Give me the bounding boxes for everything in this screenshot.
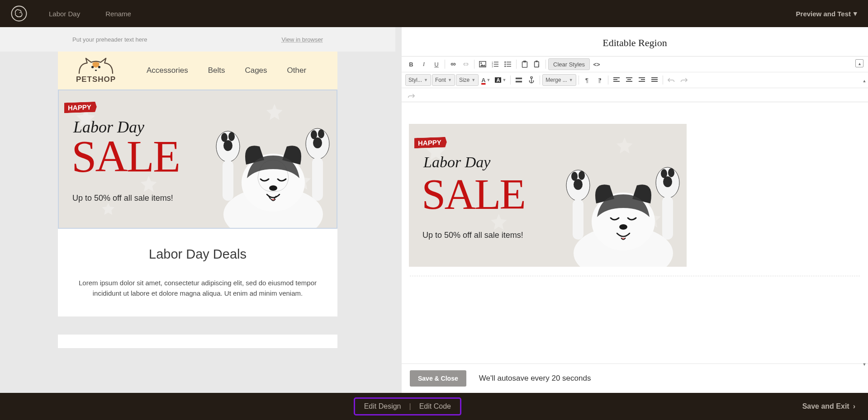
editor-scrollbar[interactable]: ▲ ▼: [862, 85, 867, 361]
clear-styles-button[interactable]: Clear Styles: [548, 58, 590, 70]
brand-logo[interactable]: PETSHOP: [71, 56, 121, 85]
undo-button[interactable]: [665, 74, 677, 86]
bottombar: Edit Design | Edit Code Save and Exit ›: [0, 393, 868, 420]
svg-point-0: [12, 6, 27, 21]
chevron-down-icon: ▼: [471, 78, 475, 82]
svg-point-4: [95, 70, 97, 71]
rtl-button[interactable]: ¶: [594, 74, 606, 86]
preheader-placeholder[interactable]: Put your preheader text here: [72, 36, 147, 43]
svg-point-47: [668, 168, 674, 177]
svg-text:3: 3: [492, 66, 493, 67]
svg-rect-29: [507, 64, 511, 65]
anchor-button[interactable]: [526, 74, 537, 86]
ul-icon: [504, 61, 512, 67]
edit-design-link[interactable]: Edit Design: [364, 402, 401, 411]
underline-button[interactable]: U: [431, 58, 442, 70]
svg-point-30: [504, 66, 506, 67]
save-exit-label: Save and Exit: [802, 402, 849, 411]
brand-name: PETSHOP: [76, 75, 116, 84]
nav-belts[interactable]: Belts: [208, 66, 225, 75]
align-justify-icon: [651, 77, 658, 83]
svg-text:T: T: [537, 64, 540, 68]
redo-button[interactable]: [678, 74, 690, 86]
email-body: PETSHOP Accessories Belts Cages Other: [58, 52, 337, 348]
preview-scroll[interactable]: Put your preheader text here View in bro…: [0, 27, 395, 393]
link-button[interactable]: [447, 58, 459, 70]
chevron-down-icon: ▼: [487, 78, 491, 82]
happy-ribbon: HAPPY: [414, 137, 447, 149]
align-justify-button[interactable]: [649, 74, 660, 86]
main-split: Put your preheader text here View in bro…: [0, 27, 868, 393]
ltr-button[interactable]: ¶: [581, 74, 593, 86]
hero-image-block[interactable]: HAPPY Labor Day SALE Up to 50% off all s…: [58, 90, 337, 229]
paste-text-button[interactable]: T: [531, 58, 543, 70]
svg-rect-37: [516, 78, 522, 80]
paste-button[interactable]: [519, 58, 531, 70]
text-color-button[interactable]: A▼: [479, 74, 492, 86]
preview-pane: Put your preheader text here View in bro…: [0, 27, 402, 393]
scroll-down-icon[interactable]: ▼: [862, 362, 867, 368]
redo-icon: [680, 77, 688, 83]
editor-hero-image[interactable]: HAPPY Labor Day SALE Up to 50% off all s…: [409, 124, 687, 267]
merge-tags-dropdown[interactable]: Merge ...▼: [542, 74, 576, 86]
style-dropdown[interactable]: Styl...▼: [405, 74, 431, 86]
svg-rect-27: [507, 62, 511, 63]
align-left-button[interactable]: [611, 74, 622, 86]
italic-button[interactable]: I: [418, 58, 430, 70]
svg-point-2: [91, 66, 94, 68]
bold-button[interactable]: B: [405, 58, 417, 70]
freddie-icon: [11, 5, 27, 22]
paste-icon: [522, 61, 528, 68]
deals-section[interactable]: Labor Day Deals Lorem ipsum dolor sit am…: [58, 229, 337, 316]
chevron-right-icon: ›: [853, 402, 855, 411]
dog-image: [201, 110, 337, 228]
anchor-icon: [528, 76, 535, 84]
font-label: Font: [435, 77, 446, 83]
nav-other[interactable]: Other: [287, 66, 307, 75]
align-center-button[interactable]: [623, 74, 635, 86]
nav-accessories[interactable]: Accessories: [147, 66, 188, 75]
chevron-down-icon: ▾: [854, 9, 857, 18]
svg-rect-23: [494, 64, 498, 65]
bg-color-button[interactable]: A▼: [493, 74, 508, 86]
scroll-up-icon[interactable]: ▲: [862, 79, 867, 84]
preview-and-test-menu[interactable]: Preview and Test ▾: [796, 9, 857, 18]
svg-rect-38: [516, 81, 522, 83]
svg-point-1: [19, 12, 20, 13]
bullet-list-button[interactable]: [502, 58, 514, 70]
svg-point-3: [98, 66, 100, 68]
save-and-exit-button[interactable]: Save and Exit ›: [802, 402, 855, 411]
hr-button[interactable]: [513, 74, 525, 86]
rich-text-toolbar: B I U 123: [402, 56, 868, 102]
chevron-down-icon: ▼: [502, 78, 506, 82]
size-dropdown[interactable]: Size▼: [456, 74, 479, 86]
hero-sale: SALE: [422, 169, 525, 219]
deals-heading: Labor Day Deals: [76, 247, 319, 262]
svg-point-7: [228, 132, 235, 141]
svg-point-19: [480, 62, 482, 64]
unlink-button[interactable]: [460, 58, 472, 70]
editor-canvas[interactable]: HAPPY Labor Day SALE Up to 50% off all s…: [402, 102, 868, 363]
preheader-row: Put your preheader text here View in bro…: [0, 27, 395, 52]
view-in-browser-link[interactable]: View in browser: [281, 36, 323, 43]
campaign-name[interactable]: Labor Day: [49, 10, 80, 18]
editor-pane: Editable Region B I U 123: [402, 27, 868, 393]
align-right-icon: [639, 77, 645, 83]
svg-rect-9: [223, 160, 233, 201]
svg-point-8: [223, 140, 232, 151]
align-right-button[interactable]: [636, 74, 648, 86]
hero-subtitle: Up to 50% off all sale items!: [422, 231, 523, 240]
rename-link[interactable]: Rename: [105, 10, 131, 18]
font-dropdown[interactable]: Font▼: [432, 74, 455, 86]
numbered-list-button[interactable]: 123: [489, 58, 501, 70]
redo-button-2[interactable]: [405, 90, 417, 102]
nav-cages[interactable]: Cages: [245, 66, 267, 75]
mailchimp-logo[interactable]: [11, 5, 27, 22]
save-close-button[interactable]: Save & Close: [410, 370, 466, 387]
topbar-titles: Labor Day Rename: [49, 10, 131, 18]
collapse-toolbar-button[interactable]: ▴: [855, 59, 863, 67]
edit-code-link[interactable]: Edit Code: [419, 402, 451, 411]
source-code-button[interactable]: <>: [591, 58, 602, 70]
image-button[interactable]: [477, 58, 489, 70]
svg-rect-35: [536, 61, 538, 62]
